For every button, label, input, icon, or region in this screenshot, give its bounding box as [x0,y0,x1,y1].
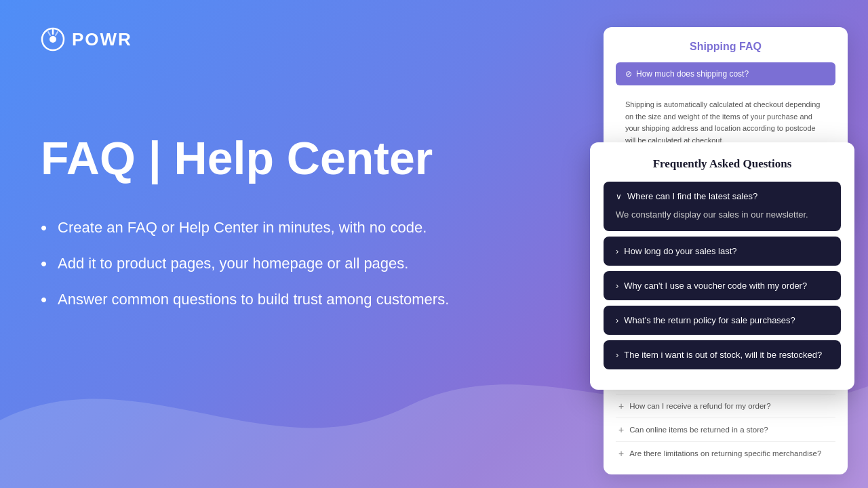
faq-answer-expanded: We constantly display our sales in our n… [616,208,829,222]
shipping-question-1: ⊘ How much does shipping cost? [625,69,826,79]
logo-text: POWR [72,29,132,50]
returns-item-3[interactable]: + How can I receive a refund for my orde… [616,394,835,418]
returns-item-5[interactable]: + Are there limitations on returning spe… [616,442,835,465]
faq-item-collapsed-1[interactable]: › How long do your sales last? [604,237,841,266]
question-icon: ⊘ [625,69,632,79]
left-section: POWR FAQ | Help Center Create an FAQ or … [0,0,529,488]
feature-item-3: Answer common questions to build trust a… [41,289,488,310]
chevron-right-icon-2: › [616,281,618,291]
svg-point-1 [50,36,56,43]
chevron-down-icon: ∨ [616,192,622,201]
faq-item-expanded-1[interactable]: ∨ Where can I find the latest sales? We … [604,182,841,231]
faq-item-collapsed-3[interactable]: › What's the return policy for sale purc… [604,306,841,335]
chevron-right-icon-1: › [616,246,618,256]
plus-icon-5: + [618,448,624,459]
feature-item-1: Create an FAQ or Help Center in minutes,… [41,218,488,239]
plus-icon-3: + [618,401,624,411]
faq-dark-card: Frequently Asked Questions ∨ Where can I… [590,142,854,390]
returns-item-4[interactable]: + Can online items be returned in a stor… [616,418,835,442]
chevron-right-icon-3: › [616,315,618,325]
page-title: FAQ | Help Center [41,133,488,184]
right-section: Shipping FAQ ⊘ How much does shipping co… [590,27,848,468]
faq-question-expanded: ∨ Where can I find the latest sales? [616,191,829,201]
feature-item-2: Add it to product pages, your homepage o… [41,253,488,274]
chevron-right-icon-4: › [616,350,618,360]
shipping-faq-title: Shipping FAQ [616,41,835,53]
faq-item-collapsed-2[interactable]: › Why can't I use a voucher code with my… [604,271,841,300]
powr-logo-icon [41,27,65,52]
faq-item-collapsed-4[interactable]: › The item i want is out of stock, will … [604,340,841,369]
faq-dark-title: Frequently Asked Questions [604,157,841,171]
shipping-item-open[interactable]: ⊘ How much does shipping cost? [616,62,835,85]
feature-list: Create an FAQ or Help Center in minutes,… [41,218,488,310]
logo: POWR [41,27,488,52]
plus-icon-4: + [618,424,624,435]
